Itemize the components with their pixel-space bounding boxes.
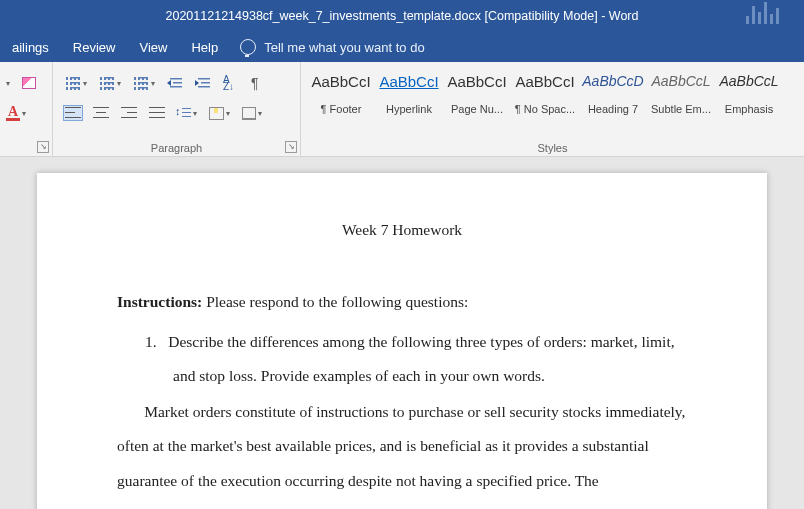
style-label: Hyperlink	[376, 103, 442, 115]
group-paragraph: ▾ ▾ ▾ AZ↓ ¶ ▾ ▾ ▾ Paragraph ↘	[53, 62, 301, 156]
style-item-1[interactable]: AaBbCcIHyperlink	[375, 64, 443, 126]
style-preview: AaBbCcI	[444, 73, 510, 97]
group-font-partial: ▾ A ▾ ↘	[0, 62, 53, 156]
font-color-button[interactable]: A ▾	[4, 104, 28, 123]
borders-icon	[242, 107, 256, 120]
document-page[interactable]: Week 7 Homework Instructions: Please res…	[37, 173, 767, 509]
align-center-icon	[93, 107, 109, 119]
bullets-icon	[65, 76, 81, 90]
style-item-2[interactable]: AaBbCcIPage Nu...	[443, 64, 511, 126]
paragraph-group-label: Paragraph	[53, 142, 300, 154]
highlighter-icon	[22, 77, 36, 89]
answer-body: Market orders constitute of instructions…	[117, 395, 687, 497]
multilevel-icon	[133, 76, 149, 90]
show-marks-button[interactable]: ¶	[249, 73, 261, 93]
style-label: Emphasis	[716, 103, 782, 115]
align-justify-button[interactable]	[147, 105, 167, 121]
doc-title: Week 7 Homework	[237, 213, 567, 247]
question-1: 1. Describe the differences among the fo…	[117, 325, 687, 393]
increase-indent-button[interactable]	[193, 74, 213, 92]
align-right-button[interactable]	[119, 105, 139, 121]
question-number: 1.	[145, 333, 157, 350]
style-item-6[interactable]: AaBbCcLEmphasis	[715, 64, 783, 126]
line-spacing-icon	[177, 106, 191, 120]
pilcrow-icon: ¶	[251, 75, 259, 91]
tell-me-label: Tell me what you want to do	[264, 40, 424, 55]
paragraph-group-launcher[interactable]: ↘	[285, 141, 297, 153]
decrease-indent-button[interactable]	[165, 74, 185, 92]
sort-icon: AZ↓	[223, 76, 239, 90]
align-left-icon	[65, 107, 81, 119]
decrease-indent-icon	[167, 76, 183, 90]
instructions-label: Instructions:	[117, 293, 202, 310]
instructions-line: Instructions: Please respond to the foll…	[117, 285, 687, 319]
bullets-button[interactable]: ▾	[63, 74, 89, 92]
align-justify-icon	[149, 107, 165, 119]
style-item-0[interactable]: AaBbCcI¶ Footer	[307, 64, 375, 126]
style-label: Heading 7	[580, 103, 646, 115]
tab-help[interactable]: Help	[179, 32, 230, 62]
style-item-5[interactable]: AaBbCcLSubtle Em...	[647, 64, 715, 126]
highlighter-button[interactable]	[20, 75, 38, 91]
style-preview: AaBbCcI	[308, 73, 374, 97]
numbering-button[interactable]: ▾	[97, 74, 123, 92]
ribbon-tabstrip: ailings Review View Help Tell me what yo…	[0, 32, 804, 62]
tab-view[interactable]: View	[127, 32, 179, 62]
answer-text: Market orders constitute of instructions…	[117, 403, 686, 488]
ribbon: ▾ A ▾ ↘ ▾ ▾ ▾ AZ↓ ¶ ▾	[0, 62, 804, 157]
sort-button[interactable]: AZ↓	[221, 74, 241, 92]
titlebar: 20201121214938cf_week_7_investments_temp…	[0, 0, 804, 32]
multilevel-button[interactable]: ▾	[131, 74, 157, 92]
numbering-icon	[99, 76, 115, 90]
style-item-4[interactable]: AaBbCcDHeading 7	[579, 64, 647, 126]
align-right-icon	[121, 107, 137, 119]
document-workspace: Week 7 Homework Instructions: Please res…	[0, 157, 804, 509]
style-item-3[interactable]: AaBbCcI¶ No Spac...	[511, 64, 579, 126]
styles-group-label: Styles	[301, 142, 804, 154]
style-preview: AaBbCcL	[716, 73, 782, 97]
style-label: Subtle Em...	[648, 103, 714, 115]
style-label: Page Nu...	[444, 103, 510, 115]
style-preview: AaBbCcD	[580, 73, 646, 97]
clear-formatting-button[interactable]: ▾	[4, 77, 12, 90]
shading-icon	[209, 107, 224, 120]
tell-me-search[interactable]: Tell me what you want to do	[240, 39, 424, 55]
window-title: 20201121214938cf_week_7_investments_temp…	[166, 9, 639, 23]
align-left-button[interactable]	[63, 105, 83, 121]
style-label: ¶ Footer	[308, 103, 374, 115]
app-logo	[746, 0, 786, 24]
font-color-icon: A	[6, 106, 20, 121]
align-center-button[interactable]	[91, 105, 111, 121]
tab-review[interactable]: Review	[61, 32, 128, 62]
borders-button[interactable]: ▾	[240, 105, 264, 122]
style-label: ¶ No Spac...	[512, 103, 578, 115]
style-preview: AaBbCcI	[376, 73, 442, 97]
instructions-text: Please respond to the following question…	[202, 293, 468, 310]
tab-mailings[interactable]: ailings	[0, 32, 61, 62]
line-spacing-button[interactable]: ▾	[175, 104, 199, 122]
font-group-launcher[interactable]: ↘	[37, 141, 49, 153]
question-text: Describe the differences among the follo…	[168, 333, 674, 384]
group-styles: AaBbCcI¶ FooterAaBbCcIHyperlinkAaBbCcIPa…	[301, 62, 804, 156]
style-preview: AaBbCcI	[512, 73, 578, 97]
increase-indent-icon	[195, 76, 211, 90]
style-preview: AaBbCcL	[648, 73, 714, 97]
shading-button[interactable]: ▾	[207, 105, 232, 122]
lightbulb-icon	[240, 39, 256, 55]
